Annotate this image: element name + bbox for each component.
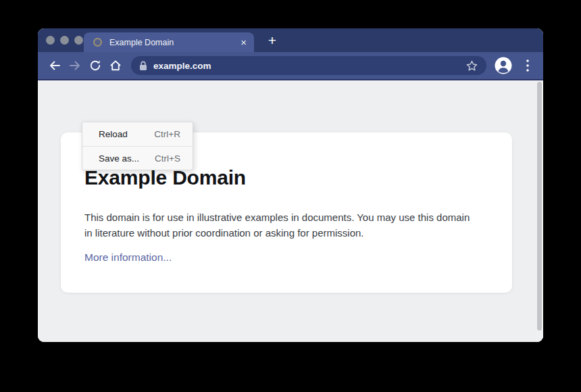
scrollbar-track[interactable] — [536, 80, 543, 342]
traffic-light-minimize[interactable] — [60, 36, 69, 45]
back-arrow-icon — [48, 59, 61, 72]
toolbar: example.com — [38, 52, 543, 80]
tab-close-icon[interactable]: × — [241, 32, 247, 52]
context-menu: Reload Ctrl+R Save as... Ctrl+S — [82, 122, 193, 170]
overflow-menu-button[interactable] — [520, 55, 535, 76]
page-paragraph: This domain is for use in illustrative e… — [84, 210, 480, 241]
menu-item-label: Reload — [99, 129, 128, 139]
new-tab-button[interactable]: + — [263, 28, 282, 52]
menu-item-shortcut: Ctrl+R — [154, 129, 180, 139]
browser-window: Example Domain × + — [38, 28, 543, 342]
back-button[interactable] — [45, 55, 65, 76]
traffic-light-close[interactable] — [46, 36, 55, 45]
forward-arrow-icon — [68, 59, 82, 72]
kebab-menu-icon — [526, 59, 529, 72]
titlebar: Example Domain × + — [38, 28, 543, 52]
profile-button[interactable] — [495, 57, 512, 74]
profile-avatar-icon — [495, 57, 512, 74]
forward-button[interactable] — [65, 55, 85, 76]
traffic-lights — [46, 36, 83, 45]
scrollbar-thumb[interactable] — [537, 82, 542, 330]
bookmark-star-icon[interactable] — [465, 59, 478, 72]
menu-item-label: Save as... — [99, 153, 139, 164]
context-menu-item-reload[interactable]: Reload Ctrl+R — [82, 122, 193, 146]
context-menu-item-save-as[interactable]: Save as... Ctrl+S — [82, 146, 193, 170]
lock-icon[interactable] — [139, 61, 147, 71]
more-information-link[interactable]: More information... — [84, 251, 172, 264]
traffic-light-zoom[interactable] — [74, 36, 83, 45]
tab-favicon-globe-icon — [93, 38, 102, 47]
reload-button[interactable] — [85, 55, 105, 76]
tab-example-domain[interactable]: Example Domain × — [84, 32, 254, 52]
home-button[interactable] — [105, 55, 126, 76]
home-icon — [109, 59, 122, 72]
menu-item-shortcut: Ctrl+S — [155, 153, 180, 164]
tab-title: Example Domain — [109, 38, 174, 47]
reload-icon — [89, 59, 102, 72]
address-bar[interactable]: example.com — [131, 56, 486, 75]
url-text: example.com — [153, 61, 211, 71]
page-content: Example Domain This domain is for use in… — [38, 80, 543, 342]
